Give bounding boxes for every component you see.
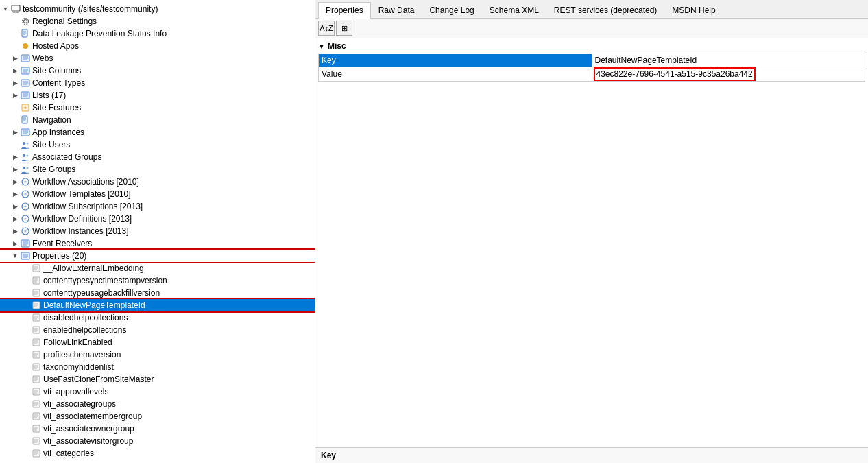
expand-icon-site-columns[interactable]: ▶ (11, 67, 19, 75)
tree-icon-workflow (20, 189, 31, 200)
tree-item-dlp[interactable]: Data Leakage Prevention Status Info (0, 27, 315, 40)
expand-icon-vti_associategroups (22, 400, 30, 408)
grid-button[interactable]: ⊞ (336, 21, 352, 36)
tree-icon-list (20, 53, 31, 64)
tree-item-associated-groups[interactable]: ▶Associated Groups (0, 151, 315, 163)
tree-label-event-receivers: Event Receivers (32, 239, 92, 248)
expand-icon-workflow-definitions[interactable]: ▶ (11, 215, 19, 223)
tree-item-contenttypesynctimestampversion[interactable]: contenttypesynctimestampversion (0, 274, 315, 287)
tree-item-site-users[interactable]: Site Users (0, 139, 315, 151)
tree-item-workflow-associations[interactable]: ▶Workflow Associations [2010] (0, 176, 315, 188)
tree-item-AllowExternalEmbedding[interactable]: __AllowExternalEmbedding (0, 262, 315, 274)
toolbar-row: A↕Z ⊞ (315, 19, 868, 38)
tree-icon-prop (31, 300, 42, 311)
expand-icon-workflow-associations[interactable]: ▶ (11, 178, 19, 186)
expand-icon-testcommunity[interactable]: ▼ (1, 5, 10, 13)
tree-label-vti_associatevisitorgroup: vti_associatevisitorgroup (43, 436, 133, 446)
tree-item-content-types[interactable]: ▶Content Types (0, 77, 315, 89)
tree-item-workflow-templates[interactable]: ▶Workflow Templates [2010] (0, 188, 315, 200)
tree-label-contenttypesynctimestampversion: contenttypesynctimestampversion (43, 276, 167, 285)
tree-label-workflow-definitions: Workflow Definitions [2013] (32, 214, 132, 224)
prop-value[interactable]: 43ec822e-7696-4541-a515-9c35a26ba442 (592, 67, 865, 82)
tree-label-regional-settings: Regional Settings (32, 16, 97, 26)
expand-icon-vti_associateownergroup (22, 425, 30, 433)
svg-point-4 (23, 19, 29, 25)
tab-rest-services[interactable]: REST services (deprecated) (546, 2, 665, 18)
tree-icon-people (20, 152, 31, 163)
tree-icon-prop (31, 374, 42, 385)
expand-icon-properties[interactable]: ▼ (11, 252, 19, 260)
tree-item-testcommunity[interactable]: ▼testcommunity (/sites/testcommunity) (0, 3, 315, 15)
tree-label-contenttypeusagebackfillversion: contenttypeusagebackfillversion (43, 288, 160, 298)
tree-item-UseFastCloneFromSiteMaster[interactable]: UseFastCloneFromSiteMaster (0, 373, 315, 385)
tree-item-profileschemaversion[interactable]: profileschemaversion (0, 348, 315, 361)
tree-icon-prop (31, 312, 42, 323)
expand-icon-associated-groups[interactable]: ▶ (11, 153, 19, 161)
sort-az-button[interactable]: A↕Z (318, 21, 335, 36)
expand-icon-app-instances[interactable]: ▶ (11, 128, 19, 136)
tree-label-webs: Webs (32, 54, 53, 63)
svg-rect-1 (14, 11, 18, 12)
expand-icon-workflow-instances[interactable]: ▶ (11, 227, 19, 235)
tree-item-webs[interactable]: ▶Webs (0, 52, 315, 64)
tree-item-FollowLinkEnabled[interactable]: FollowLinkEnabled (0, 336, 315, 348)
tab-raw-data[interactable]: Raw Data (371, 2, 422, 18)
tab-msdn-help[interactable]: MSDN Help (664, 2, 723, 18)
tab-change-log[interactable]: Change Log (422, 2, 481, 18)
tree-item-vti_categories[interactable]: vti_categories (0, 447, 315, 460)
tree-item-taxonomyhiddenlist[interactable]: taxonomyhiddenlist (0, 361, 315, 373)
tree-item-workflow-definitions[interactable]: ▶Workflow Definitions [2013] (0, 213, 315, 225)
tree-label-enabledhelpcollections: enabledhelpcollections (43, 325, 126, 335)
tree-item-app-instances[interactable]: ▶App Instances (0, 126, 315, 139)
section-expand-icon[interactable]: ▼ (318, 43, 325, 50)
expand-icon-disabledhelpcollections (22, 313, 30, 322)
svg-point-36 (23, 142, 25, 145)
tree-icon-computer (10, 3, 21, 14)
svg-point-38 (23, 154, 25, 157)
tree-item-vti_associateownergroup[interactable]: vti_associateownergroup (0, 423, 315, 435)
prop-label: Key (319, 54, 592, 67)
tree-item-site-features[interactable]: Site Features (0, 102, 315, 114)
tree-item-site-columns[interactable]: ▶Site Columns (0, 64, 315, 77)
tree-item-enabledhelpcollections[interactable]: enabledhelpcollections (0, 324, 315, 336)
expand-icon-dlp (11, 29, 19, 38)
tree-item-event-receivers[interactable]: ▶Event Receivers (0, 237, 315, 250)
tree-item-hosted-apps[interactable]: Hosted Apps (0, 40, 315, 52)
tree-item-DefaultNewPageTemplateId[interactable]: DefaultNewPageTemplateId (0, 299, 315, 311)
tree-item-regional-settings[interactable]: Regional Settings (0, 15, 315, 27)
tree-item-properties[interactable]: ▼Properties (20) (0, 250, 315, 262)
status-label: Key (321, 451, 336, 460)
expand-icon-lists[interactable]: ▶ (11, 91, 19, 99)
tab-schema-xml[interactable]: Schema XML (482, 2, 546, 18)
tree-icon-list (20, 250, 31, 261)
expand-icon-workflow-templates[interactable]: ▶ (11, 190, 19, 198)
svg-rect-5 (22, 29, 27, 37)
tree-item-contenttypeusagebackfillversion[interactable]: contenttypeusagebackfillversion (0, 287, 315, 299)
tree-icon-prop (31, 275, 42, 286)
tree-label-dlp: Data Leakage Prevention Status Info (32, 29, 167, 38)
tree-item-vti_associatemembergroup[interactable]: vti_associatemembergroup (0, 410, 315, 423)
tree-item-vti_associatevisitorgroup[interactable]: vti_associatevisitorgroup (0, 435, 315, 447)
tree-item-disabledhelpcollections[interactable]: disabledhelpcollections (0, 311, 315, 324)
expand-icon-site-groups[interactable]: ▶ (11, 165, 19, 174)
tree-item-workflow-subscriptions[interactable]: ▶Workflow Subscriptions [2013] (0, 200, 315, 213)
tree-item-navigation[interactable]: Navigation (0, 114, 315, 126)
expand-icon-webs[interactable]: ▶ (11, 54, 19, 62)
expand-icon-event-receivers[interactable]: ▶ (11, 239, 19, 248)
expand-icon-workflow-subscriptions[interactable]: ▶ (11, 202, 19, 211)
value-content[interactable]: 43ec822e-7696-4541-a515-9c35a26ba442 (595, 69, 754, 80)
tree-item-vti_approvallevels[interactable]: vti_approvallevels (0, 385, 315, 398)
svg-rect-0 (12, 5, 20, 11)
grid-icon: ⊞ (341, 24, 348, 33)
expand-icon-FollowLinkEnabled (22, 338, 30, 346)
tab-properties[interactable]: Properties (318, 2, 371, 19)
expand-icon-vti_associatemembergroup (22, 412, 30, 420)
tree-item-workflow-instances[interactable]: ▶Workflow Instances [2013] (0, 225, 315, 237)
expand-icon-content-types[interactable]: ▶ (11, 79, 19, 87)
tree-item-site-groups[interactable]: ▶Site Groups (0, 163, 315, 176)
tree-item-lists[interactable]: ▶Lists (17) (0, 89, 315, 102)
tree-icon-gear (20, 16, 31, 27)
tree-item-vti_associategroups[interactable]: vti_associategroups (0, 398, 315, 410)
tree-label-associated-groups: Associated Groups (32, 152, 101, 162)
tree-icon-feature (20, 102, 31, 113)
